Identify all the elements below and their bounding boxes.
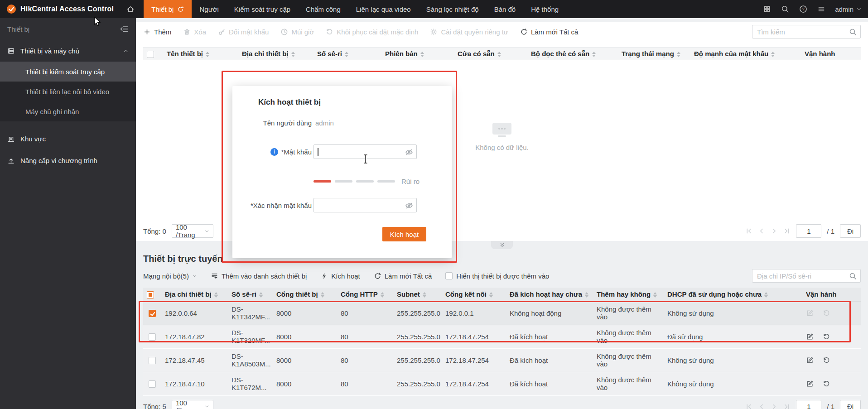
column-header[interactable]: Số sê-ri — [313, 48, 381, 60]
sidebar-item-firmware-upgrade[interactable]: Nâng cấp vi chương trình — [0, 149, 136, 171]
column-header[interactable]: Trạng thái mạng — [618, 48, 690, 60]
column-header[interactable]: Subnet — [393, 288, 442, 301]
prev-page-button[interactable] — [758, 403, 765, 409]
restore-icon[interactable] — [823, 380, 830, 388]
column-header[interactable]: DHCP đã sử dụng hoặc chưa — [664, 288, 802, 301]
toolbar-button[interactable]: Cài đặt quyền riêng tư — [430, 28, 508, 36]
table-row[interactable]: 172.18.47.10 DS-K1T672M... 8000 80 255.2… — [143, 372, 861, 395]
select-all-checkbox[interactable] — [147, 291, 154, 298]
go-button[interactable]: Đi — [840, 400, 861, 409]
page-input[interactable] — [796, 400, 821, 409]
sidebar-subitem[interactable]: Thiết bị liên lạc nội bộ video — [0, 82, 136, 101]
column-header[interactable]: Địa chỉ thiết bị — [238, 48, 313, 60]
toolbar-button[interactable]: Kích hoạt — [320, 272, 360, 280]
sort-icon[interactable] — [677, 52, 680, 57]
row-checkbox[interactable] — [149, 333, 156, 341]
sort-icon[interactable] — [764, 292, 768, 298]
sort-icon[interactable] — [497, 52, 501, 57]
last-page-button[interactable] — [783, 403, 791, 409]
sidebar-group-devices-and-servers[interactable]: Thiết bị và máy chủ — [0, 40, 136, 62]
user-menu[interactable]: admin — [831, 5, 862, 13]
help-icon[interactable]: ? — [795, 0, 811, 18]
edit-icon[interactable] — [806, 356, 814, 364]
sidebar-item-area[interactable]: Khu vực — [0, 128, 136, 149]
first-page-button[interactable] — [745, 227, 752, 235]
main-tab[interactable]: Người — [192, 0, 226, 18]
toolbar-button[interactable]: Xóa — [183, 28, 206, 36]
sort-icon[interactable] — [771, 52, 775, 57]
page-size-select[interactable]: 100 /Trang — [172, 400, 213, 409]
column-header[interactable]: Cổng HTTP — [337, 288, 393, 301]
column-header[interactable]: Tên thiết bị — [163, 48, 238, 60]
sort-icon[interactable] — [420, 52, 424, 57]
network-filter[interactable]: Mạng nội bộ(5) — [143, 272, 197, 280]
column-header[interactable]: Độ mạnh của mật khẩu — [690, 48, 801, 60]
main-tab[interactable]: Hệ thống — [523, 0, 566, 18]
last-page-button[interactable] — [783, 227, 791, 235]
main-tab[interactable]: Thiết bị — [144, 0, 192, 18]
column-header[interactable]: Vận hành — [802, 288, 861, 301]
checkbox[interactable] — [445, 272, 453, 279]
table-row[interactable]: 192.0.0.64 DS-K1T342MF... 8000 80 255.25… — [143, 301, 861, 325]
main-tab[interactable]: Kiểm soát truy cập — [227, 0, 298, 18]
select-all-checkbox[interactable] — [147, 51, 154, 58]
home-button[interactable] — [120, 0, 141, 18]
sort-icon[interactable] — [206, 52, 209, 57]
column-header[interactable]: Đã kích hoạt hay chưa — [506, 288, 593, 301]
restore-icon[interactable] — [823, 309, 830, 317]
toolbar-button[interactable]: Khôi phục cài đặt mặc định — [326, 28, 418, 36]
sort-icon[interactable] — [592, 52, 596, 57]
page-input[interactable] — [796, 224, 821, 238]
confirm-password-field[interactable] — [313, 198, 417, 212]
column-header[interactable]: Cổng thiết bị — [273, 288, 337, 301]
sort-icon[interactable] — [259, 292, 263, 298]
search-icon[interactable] — [777, 0, 793, 18]
main-tab[interactable]: Bản đồ — [487, 0, 524, 18]
sort-icon[interactable] — [585, 292, 588, 298]
sidebar-subitem[interactable]: Thiết bị kiểm soát truy cập — [0, 62, 136, 82]
column-header[interactable]: Số sê-ri — [228, 288, 273, 301]
sort-icon[interactable] — [489, 292, 493, 298]
page-size-select[interactable]: 100 /Trang — [172, 224, 213, 238]
sort-icon[interactable] — [423, 292, 426, 298]
main-tab[interactable]: Sàng lọc nhiệt độ — [419, 0, 487, 18]
restore-icon[interactable] — [823, 356, 830, 364]
toolbar-button[interactable]: Múi giờ — [280, 28, 314, 36]
column-header[interactable]: Địa chỉ thiết bị — [161, 288, 228, 301]
show-password-icon[interactable] — [405, 202, 413, 210]
toolbar-button[interactable]: Đổi mật khẩu — [218, 28, 269, 36]
column-header[interactable]: Cửa có sẵn — [454, 48, 527, 60]
first-page-button[interactable] — [745, 403, 752, 409]
edit-icon[interactable] — [806, 309, 814, 317]
search-icon[interactable] — [849, 272, 857, 280]
toolbar-button[interactable]: Thêm — [143, 28, 171, 36]
row-checkbox[interactable] — [149, 380, 156, 388]
sort-icon[interactable] — [653, 292, 657, 298]
toolbar-button[interactable]: Làm mới Tất cả — [374, 272, 432, 280]
sort-icon[interactable] — [291, 52, 295, 57]
column-header[interactable]: Thêm hay không — [593, 288, 664, 301]
search-icon[interactable] — [849, 28, 857, 36]
main-tab[interactable]: Chấm công — [298, 0, 348, 18]
next-page-button[interactable] — [771, 403, 778, 409]
table-row[interactable]: 172.18.47.45 DS-K1A8503M... 8000 80 255.… — [143, 348, 861, 372]
collapse-panel-button[interactable] — [491, 241, 513, 249]
sites-icon[interactable] — [759, 0, 775, 18]
sidebar-subitem[interactable]: Máy chủ ghi nhận — [0, 101, 136, 121]
edit-icon[interactable] — [806, 380, 814, 388]
go-button[interactable]: Đi — [840, 224, 861, 238]
prev-page-button[interactable] — [758, 227, 765, 235]
column-header[interactable]: Bộ đọc thẻ có sẵn — [527, 48, 618, 60]
info-icon[interactable] — [270, 148, 278, 156]
sort-icon[interactable] — [381, 292, 384, 298]
next-page-button[interactable] — [771, 227, 778, 235]
restore-icon[interactable] — [823, 333, 830, 341]
column-header[interactable]: Vận hành — [801, 48, 861, 60]
online-device-search-input[interactable] — [756, 272, 849, 280]
column-header[interactable]: Phiên bản — [381, 48, 454, 60]
row-checkbox[interactable] — [149, 310, 156, 317]
column-header[interactable]: Cổng kết nối — [442, 288, 506, 301]
toolbar-button[interactable]: Thêm vào danh sách thiết bị — [211, 272, 307, 280]
collapse-sidebar-icon[interactable] — [120, 24, 129, 34]
toolbar-button[interactable]: Làm mới Tất cả — [520, 28, 579, 36]
